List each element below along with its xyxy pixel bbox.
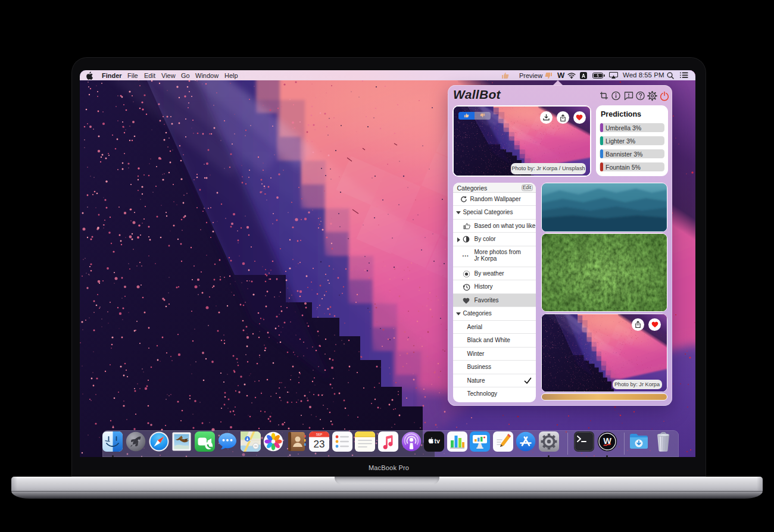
svg-text:30: 30	[254, 445, 257, 447]
svg-text:tv: tv	[435, 437, 440, 445]
svg-text:23: 23	[314, 439, 325, 450]
svg-text:SEP: SEP	[316, 433, 323, 436]
